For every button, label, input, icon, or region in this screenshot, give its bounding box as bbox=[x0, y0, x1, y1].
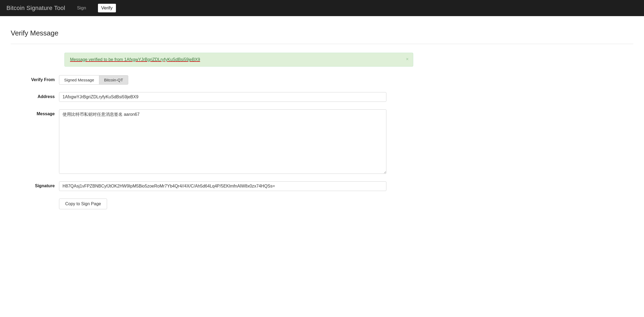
success-alert: Message verified to be from 1AfxgwYJrBgr… bbox=[64, 53, 413, 67]
divider bbox=[11, 44, 633, 44]
navbar: Bitcoin Signature Tool Sign Verify bbox=[0, 0, 644, 16]
message-label: Message bbox=[11, 109, 59, 116]
address-label: Address bbox=[11, 92, 59, 99]
signature-row: Signature bbox=[11, 181, 386, 191]
main-content: Verify Message Message verified to be fr… bbox=[0, 16, 644, 230]
bitcoin-qt-button[interactable]: Bitcoin-QT bbox=[99, 75, 128, 85]
verify-from-label: Verify From bbox=[11, 75, 59, 82]
nav-verify[interactable]: Verify bbox=[98, 4, 116, 12]
copy-button-row: Copy to Sign Page bbox=[11, 199, 386, 209]
page-title: Verify Message bbox=[11, 29, 633, 37]
signed-message-button[interactable]: Signed Message bbox=[59, 75, 99, 85]
address-row: Address bbox=[11, 92, 386, 102]
app-title: Bitcoin Signature Tool bbox=[6, 5, 65, 12]
nav-sign[interactable]: Sign bbox=[74, 4, 89, 12]
alert-close-button[interactable]: × bbox=[406, 57, 409, 62]
signature-input[interactable] bbox=[59, 181, 386, 191]
signature-label: Signature bbox=[11, 181, 59, 188]
message-row: Message bbox=[11, 109, 386, 174]
verify-from-button-group: Signed Message Bitcoin-QT bbox=[59, 75, 128, 85]
verify-from-row: Verify From Signed Message Bitcoin-QT bbox=[11, 75, 386, 85]
address-input[interactable] bbox=[59, 92, 386, 102]
alert-message: Message verified to be from 1AfxgwYJrBgr… bbox=[70, 57, 200, 62]
verify-form: Verify From Signed Message Bitcoin-QT Ad… bbox=[11, 75, 386, 209]
message-textarea[interactable] bbox=[59, 109, 386, 174]
copy-to-sign-button[interactable]: Copy to Sign Page bbox=[59, 199, 107, 209]
